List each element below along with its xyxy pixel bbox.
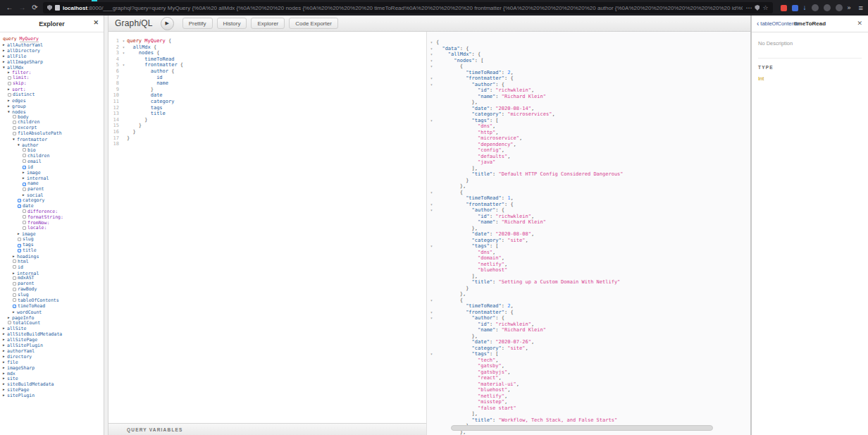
fold-icon[interactable]: ▾ [427, 202, 436, 208]
fold-icon[interactable]: ▾ [427, 315, 436, 321]
checkbox-unchecked-icon[interactable] [18, 238, 21, 241]
fold-icon[interactable]: ▾ [427, 310, 436, 316]
fold-icon[interactable]: ▾ [120, 38, 127, 44]
checkbox-unchecked-icon[interactable] [23, 159, 26, 163]
checkbox-unchecked-icon[interactable] [8, 82, 11, 85]
query-editor[interactable]: 1▾query MyQuery {2▾ allMdx {3▾ nodes {4 … [108, 32, 426, 423]
explorer-item-category[interactable]: ✓category [3, 198, 104, 204]
fold-icon[interactable]: ▾ [427, 190, 436, 196]
checkbox-unchecked-icon[interactable] [23, 188, 26, 191]
fold-icon[interactable]: ▾ [427, 207, 436, 214]
execute-query-button[interactable]: ▶ [161, 17, 174, 30]
explorer-item-internal[interactable]: ▶internal [3, 176, 104, 181]
tracking-shield-icon[interactable] [47, 5, 52, 11]
doc-back-link[interactable]: ‹tableOfContents [757, 20, 799, 27]
horizontal-scrollbar[interactable] [451, 425, 713, 431]
fold-icon[interactable]: ▾ [427, 351, 436, 357]
checkbox-unchecked-icon[interactable] [23, 215, 26, 219]
checkbox-unchecked-icon[interactable] [8, 93, 11, 97]
checkbox-checked-icon[interactable]: ✓ [18, 249, 21, 252]
checkbox-unchecked-icon[interactable] [23, 148, 26, 152]
checkbox-unchecked-icon[interactable] [13, 132, 16, 135]
checkbox-unchecked-icon[interactable] [13, 293, 16, 297]
checkbox-checked-icon[interactable]: ✓ [23, 183, 26, 186]
explorer-item-image[interactable]: ▶image [3, 231, 104, 237]
explorer-item-sitePlugin[interactable]: ▶sitePlugin [3, 393, 104, 398]
explorer-item-tags[interactable]: ✓tags [3, 243, 104, 248]
explorer-item-name[interactable]: ✓name [3, 181, 104, 187]
query-operation-row[interactable]: query MyQuery [3, 35, 104, 42]
forward-icon[interactable]: → [18, 0, 27, 16]
url-bar[interactable]: localhost:8000/___graphql?query=query My… [43, 2, 773, 13]
extension-icon-red[interactable] [781, 5, 787, 11]
fold-icon[interactable]: ▾ [427, 63, 436, 70]
checkbox-unchecked-icon[interactable] [23, 226, 26, 230]
fold-icon[interactable]: ▾ [427, 58, 436, 64]
extension-icon-blue[interactable] [792, 5, 798, 11]
doc-type-link[interactable]: Int [758, 75, 862, 82]
download-icon[interactable]: ↓ [803, 0, 807, 16]
explorer-item-image[interactable]: ▶image [3, 170, 104, 176]
fold-icon[interactable]: ▾ [427, 298, 436, 304]
checkbox-unchecked-icon[interactable] [13, 276, 16, 280]
fold-icon[interactable]: ▾ [427, 118, 436, 124]
doc-close-icon[interactable]: ✕ [857, 20, 862, 27]
explorer-close-icon[interactable]: ✕ [93, 20, 99, 26]
checkbox-unchecked-icon[interactable] [8, 321, 11, 324]
checkbox-checked-icon[interactable]: ✓ [13, 305, 16, 308]
reload-icon[interactable]: ⟳ [30, 0, 39, 16]
overflow-chevron-icon[interactable]: » [848, 4, 851, 11]
checkbox-unchecked-icon[interactable] [13, 298, 16, 302]
checkbox-checked-icon[interactable]: ✓ [18, 244, 21, 247]
extension-icon-circle-1[interactable] [812, 4, 819, 11]
fold-icon[interactable]: ▾ [427, 82, 436, 88]
code-exporter-button[interactable]: Code Exporter [289, 18, 338, 29]
explorer-item-children[interactable]: children [3, 154, 104, 159]
checkbox-unchecked-icon[interactable] [13, 288, 16, 291]
back-icon[interactable]: ← [5, 0, 14, 16]
query-variables-bar[interactable]: QUERY VARIABLES [108, 423, 426, 435]
checkbox-unchecked-icon[interactable] [23, 154, 26, 157]
fold-icon[interactable]: ▾ [120, 50, 127, 56]
permissions-shield-icon[interactable] [755, 5, 760, 11]
checkbox-unchecked-icon[interactable] [8, 76, 11, 80]
url-text[interactable]: localhost:8000/___graphql?query=query My… [63, 5, 743, 11]
checkbox-checked-icon[interactable]: ✓ [23, 166, 26, 169]
menu-icon[interactable]: ≡ [859, 4, 863, 12]
checkbox-unchecked-icon[interactable] [13, 115, 16, 118]
explorer-item-fromNow[interactable]: fromNow: [3, 221, 104, 226]
checkbox-unchecked-icon[interactable] [13, 282, 16, 286]
checkbox-unchecked-icon[interactable] [13, 126, 16, 130]
explorer-item-frontmatter[interactable]: ▼frontmatter [3, 137, 104, 142]
extension-icon-circle-3[interactable] [836, 4, 843, 11]
explorer-item-author[interactable]: ▼author [3, 142, 104, 148]
fold-icon[interactable]: ▾ [427, 51, 436, 58]
checkbox-unchecked-icon[interactable] [13, 121, 16, 124]
explorer-item-locale[interactable]: locale: [3, 226, 104, 231]
fold-icon[interactable]: ▾ [427, 46, 436, 52]
bookmark-star-icon[interactable]: ☆ [762, 4, 768, 11]
checkbox-checked-icon[interactable]: ✓ [18, 204, 21, 208]
fold-icon[interactable]: ▾ [427, 243, 436, 250]
fold-icon[interactable]: ▾ [120, 62, 127, 68]
checkbox-unchecked-icon[interactable] [13, 259, 16, 263]
explorer-item-slug[interactable]: slug [3, 237, 104, 243]
prettify-button[interactable]: Prettify [182, 18, 213, 29]
url-ellipsis-icon[interactable]: ⋯ [745, 4, 752, 11]
explorer-item-parent[interactable]: parent [3, 187, 104, 192]
explorer-item-imageSharp[interactable]: ▶imageSharp [3, 365, 104, 371]
history-button[interactable]: History [217, 18, 247, 29]
checkbox-unchecked-icon[interactable] [23, 221, 26, 224]
checkbox-unchecked-icon[interactable] [23, 209, 26, 213]
explorer-item-formatString[interactable]: formatString: [3, 215, 104, 221]
explorer-item-email[interactable]: email [3, 159, 104, 165]
checkbox-unchecked-icon[interactable] [13, 265, 16, 269]
extension-icon-circle-2[interactable] [824, 4, 831, 11]
fold-icon[interactable]: ▾ [120, 44, 127, 51]
fold-icon[interactable]: ▾ [427, 39, 436, 46]
checkbox-checked-icon[interactable]: ✓ [18, 199, 21, 202]
fold-icon[interactable]: ▾ [427, 75, 436, 82]
explorer-item-social[interactable]: ▶social [3, 192, 104, 198]
explorer-item-bio[interactable]: bio [3, 148, 104, 154]
explorer-toggle-button[interactable]: Explorer [251, 18, 285, 29]
